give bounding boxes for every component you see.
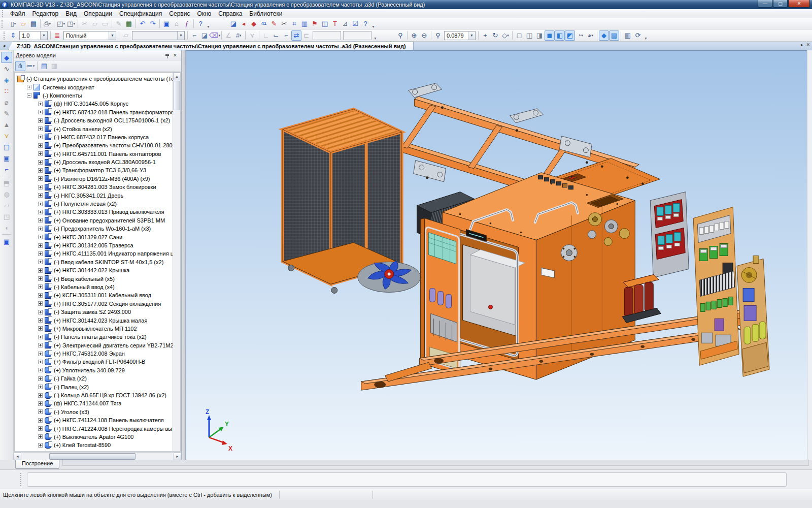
tree-item[interactable]: (+) Выключатель Apator 4G100	[15, 433, 173, 441]
menu-4[interactable]: Операции	[80, 10, 116, 18]
tree-structure-icon[interactable]: ⋔	[15, 61, 25, 71]
measure-icon[interactable]: ⊿	[340, 19, 350, 29]
chevron-down-icon[interactable]: ▼	[177, 31, 184, 40]
rotate-view-icon[interactable]: ↻	[490, 30, 500, 41]
expand-icon[interactable]	[38, 235, 43, 239]
menu-9[interactable]: Библиотеки	[246, 10, 286, 18]
expand-icon[interactable]	[38, 426, 43, 431]
expand-icon[interactable]	[38, 210, 43, 214]
expand-icon[interactable]	[38, 368, 43, 372]
expand-icon[interactable]	[38, 418, 43, 423]
wireframe-icon[interactable]: ◻	[514, 30, 524, 41]
expand-icon[interactable]	[38, 409, 43, 414]
zone-view-icon[interactable]: ◕▾	[585, 30, 595, 41]
tree-item[interactable]: (-) Ввод кабеля SKINTOP ST-M 40x1,5 (x2)	[15, 258, 173, 266]
tree-item[interactable]: (-) Палец (x2)	[15, 383, 173, 391]
expand-icon[interactable]	[38, 284, 43, 289]
expand-icon[interactable]	[38, 352, 43, 356]
context-help-icon[interactable]: ?	[195, 19, 206, 29]
expand-icon[interactable]	[38, 118, 43, 123]
tree-item[interactable]: (-) Изолятор D16/12z-M36 (400A) (x9)	[15, 175, 173, 183]
toolbar-overflow-icon[interactable]: ▾	[370, 19, 376, 29]
toolbar-overflow-icon[interactable]: ▾	[373, 30, 378, 41]
tree-item[interactable]: (+) Трансформатор ТС3 6,3/0,66-У3	[15, 166, 173, 174]
zoom-scale-combo[interactable]: 0.0879▼	[444, 31, 476, 40]
menu-3[interactable]: Вид	[62, 10, 80, 18]
fillet-icon[interactable]: ◖	[1, 222, 12, 233]
expand-icon[interactable]	[38, 135, 43, 139]
tab-scroll-right-icon[interactable]: ▸	[801, 42, 803, 47]
trim-icon[interactable]: ✂	[279, 19, 289, 29]
pages-icon[interactable]: ▥	[299, 19, 310, 29]
send-icon[interactable]: ◳▾	[66, 19, 76, 29]
tree-item[interactable]: (+) Уплотнитель 340.09.729	[15, 366, 173, 374]
positions-icon[interactable]: 41	[259, 19, 269, 29]
tree-item[interactable]: (+) НКГС.301329.027 Сани	[15, 233, 173, 241]
tree-item[interactable]: (-) Ввод кабельный (x5)	[15, 274, 173, 282]
expand-icon[interactable]	[38, 202, 43, 206]
scrollbar-thumb[interactable]	[49, 453, 136, 460]
coordinate-field[interactable]	[313, 31, 341, 40]
expand-icon[interactable]	[38, 160, 43, 165]
tree-item[interactable]: (+) Клей Terostat-8590	[15, 441, 173, 449]
hidden-thin-icon[interactable]: ◨	[534, 30, 545, 41]
local-csys-icon[interactable]: ⊏	[301, 30, 312, 41]
new-object-icon[interactable]: ⌐	[189, 30, 199, 41]
chevron-down-icon[interactable]: ▼	[468, 31, 475, 40]
expand-icon[interactable]	[38, 360, 43, 364]
properties-list-icon[interactable]: ☑	[350, 19, 360, 29]
expand-icon[interactable]	[38, 276, 43, 281]
right-angle-icon[interactable]: ⌐	[281, 30, 291, 41]
hide-objects-icon[interactable]: ▥	[623, 30, 633, 41]
simplify-icon[interactable]: ◆	[599, 30, 609, 41]
cone-icon[interactable]: ▲	[1, 119, 12, 130]
expand-icon[interactable]	[38, 151, 43, 156]
assembly-ops-icon[interactable]: ▣	[1, 236, 12, 247]
scrollbar-thumb[interactable]	[174, 81, 180, 110]
copy-style-icon[interactable]: ✎	[114, 19, 124, 29]
document-tab[interactable]: Z:\3D_ASCON\Станция управления с преобра…	[8, 42, 414, 50]
copy-icon[interactable]: ▱	[90, 19, 100, 29]
layers-icon[interactable]: ▱	[121, 30, 131, 41]
tree-item[interactable]: (+) НКГС.301342.005 Траверса	[15, 241, 173, 249]
loft-icon[interactable]: ▱	[1, 200, 12, 211]
expand-icon[interactable]	[38, 260, 43, 264]
text-block-icon[interactable]: T	[330, 19, 340, 29]
tree-item[interactable]: (-) Полупетля левая (x2)	[15, 200, 173, 208]
orientation-icon[interactable]: ◇▾	[500, 30, 511, 41]
tree-item[interactable]: (-) Уголок (x3)	[15, 408, 173, 416]
grid-icon[interactable]: #▾	[233, 30, 244, 41]
expand-icon[interactable]	[38, 193, 43, 198]
tree-item[interactable]: (-) Компоненты	[15, 91, 173, 100]
expand-icon[interactable]	[38, 310, 43, 314]
tree-item[interactable]: (+) НКГС.303333.013 Привод выключателя	[15, 208, 173, 216]
expand-icon[interactable]	[38, 268, 43, 273]
menu-7[interactable]: Окно	[193, 10, 215, 18]
construction-tab[interactable]: Построение	[15, 460, 59, 469]
toolbar-overflow-icon[interactable]: ▾	[206, 19, 211, 29]
panel-splitter[interactable]	[182, 50, 186, 460]
snap-mode-icon[interactable]: ⇄	[291, 30, 301, 41]
expand-icon[interactable]	[38, 393, 43, 398]
chevron-down-icon[interactable]: ▼	[109, 31, 116, 40]
tree-item[interactable]: (+) Онование предохранителей S3PB1 MM	[15, 216, 173, 225]
tree-item[interactable]: (ф) НКГС.301445.005 Корпус	[15, 100, 173, 108]
tree-item[interactable]: (+) НКГС.687432.018 Панель трансформатор…	[15, 108, 173, 116]
tree-item[interactable]: (-) Панель платы датчиков тока (x2)	[15, 333, 173, 341]
print-preview-icon[interactable]: ◰▾	[56, 19, 66, 29]
tree-doc-icon[interactable]: ▤	[39, 61, 49, 71]
revolve-icon[interactable]: ◍	[1, 188, 12, 200]
chevron-down-icon[interactable]: ▼	[40, 31, 47, 40]
tree-item[interactable]: (+) Дроссель входной ACL380A00956-1	[15, 158, 173, 166]
expand-icon[interactable]	[38, 335, 43, 339]
paste-icon[interactable]: ▭	[100, 19, 110, 29]
variables-icon[interactable]: ƒ	[182, 19, 192, 29]
expand-icon[interactable]	[38, 227, 43, 231]
layout-icon[interactable]: ◫	[320, 19, 330, 29]
surface-icon[interactable]: ◈	[1, 74, 12, 85]
tree-item[interactable]: (-) Станция управления с преобразователе…	[15, 75, 173, 83]
find-component-icon[interactable]: ⌗	[289, 19, 299, 29]
expand-icon[interactable]	[38, 293, 43, 298]
menu-2[interactable]: Редактор	[29, 10, 62, 18]
ortho-icon[interactable]: ∟	[261, 30, 271, 41]
